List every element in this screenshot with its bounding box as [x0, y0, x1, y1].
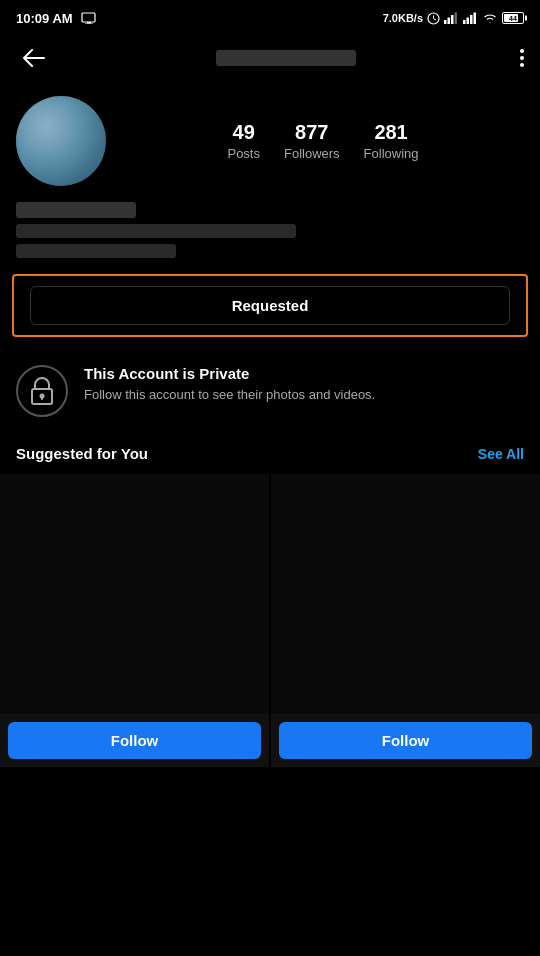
- status-indicators: 7.0KB/s 44: [383, 12, 524, 25]
- screen-icon: [81, 12, 97, 24]
- stat-posts[interactable]: 49 Posts: [227, 121, 260, 161]
- svg-rect-12: [470, 15, 473, 24]
- following-count: 281: [374, 121, 407, 144]
- status-bar: 10:09 AM 7.0KB/s: [0, 0, 540, 32]
- back-icon: [23, 49, 45, 67]
- top-nav: user • • • • • • •: [0, 32, 540, 84]
- svg-rect-13: [474, 13, 477, 25]
- svg-rect-11: [467, 18, 470, 25]
- svg-rect-2: [85, 24, 93, 25]
- avatar[interactable]: [16, 96, 106, 186]
- svg-rect-7: [448, 18, 451, 25]
- status-time: 10:09 AM: [16, 11, 97, 26]
- profile-section: 49 Posts 877 Followers 281 Following: [0, 84, 540, 202]
- nav-username: user • • • • • • •: [216, 50, 356, 66]
- requested-wrapper: Requested: [12, 274, 528, 337]
- stat-followers[interactable]: 877 Followers: [284, 121, 340, 161]
- suggested-cards: Follow Follow Follow: [0, 474, 540, 767]
- bio-section: [0, 202, 540, 266]
- network-speed: 7.0KB/s: [383, 12, 423, 24]
- follow-button-2[interactable]: Follow: [279, 722, 532, 759]
- dot2: [520, 56, 524, 60]
- card-image-2: [271, 474, 540, 714]
- wifi-icon: [482, 12, 498, 24]
- avatar-image: [16, 96, 106, 186]
- more-button[interactable]: [520, 49, 524, 67]
- clock-icon: [427, 12, 440, 25]
- followers-label: Followers: [284, 146, 340, 161]
- suggested-header: Suggested for You See All: [0, 437, 540, 474]
- dot3: [520, 63, 524, 67]
- svg-rect-9: [455, 13, 458, 25]
- suggested-card-2: Follow: [271, 474, 540, 767]
- signal2-icon: [463, 12, 478, 24]
- svg-rect-1: [87, 22, 91, 24]
- posts-count: 49: [233, 121, 255, 144]
- lock-icon-wrap: [16, 365, 68, 417]
- card-image-1: [0, 474, 269, 714]
- stats-row: 49 Posts 877 Followers 281 Following: [122, 121, 524, 161]
- signal-icon: [444, 12, 459, 24]
- lock-icon: [29, 376, 55, 406]
- private-title: This Account is Private: [84, 365, 375, 382]
- svg-rect-6: [444, 20, 447, 24]
- bio-name: [16, 202, 136, 218]
- see-all-link[interactable]: See All: [478, 446, 524, 462]
- suggested-title: Suggested for You: [16, 445, 148, 462]
- back-button[interactable]: [16, 40, 52, 76]
- private-description: Follow this account to see their photos …: [84, 386, 375, 404]
- private-notice: This Account is Private Follow this acco…: [0, 345, 540, 437]
- requested-button[interactable]: Requested: [30, 286, 510, 325]
- follow-button-1[interactable]: Follow: [8, 722, 261, 759]
- svg-rect-0: [82, 13, 95, 22]
- bio-text-2: [16, 244, 176, 258]
- time-text: 10:09 AM: [16, 11, 73, 26]
- private-text: This Account is Private Follow this acco…: [84, 365, 375, 404]
- svg-rect-10: [463, 20, 466, 24]
- battery-percent: 44: [509, 15, 517, 22]
- svg-line-5: [434, 18, 437, 20]
- following-label: Following: [364, 146, 419, 161]
- svg-rect-16: [41, 396, 43, 400]
- stat-following[interactable]: 281 Following: [364, 121, 419, 161]
- dot1: [520, 49, 524, 53]
- followers-count: 877: [295, 121, 328, 144]
- svg-rect-8: [451, 15, 454, 24]
- battery-icon: 44: [502, 12, 524, 24]
- suggested-card-1: Follow: [0, 474, 269, 767]
- bio-text-1: [16, 224, 296, 238]
- posts-label: Posts: [227, 146, 260, 161]
